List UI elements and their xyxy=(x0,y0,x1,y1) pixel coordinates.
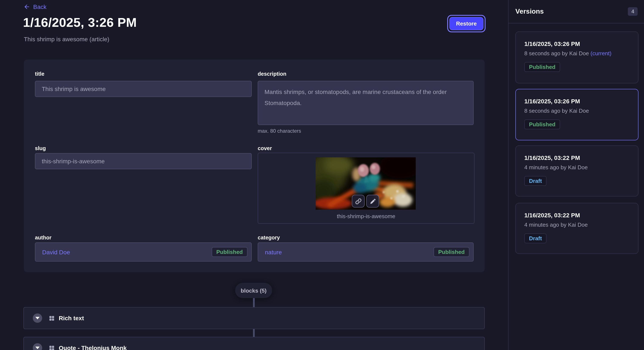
back-label: Back xyxy=(33,3,46,10)
author-relation-link[interactable]: David Doe xyxy=(42,249,70,255)
versions-title: Versions xyxy=(515,8,544,15)
block-label: Quote - Thelonius Monk xyxy=(59,345,127,350)
block-expand-toggle[interactable] xyxy=(33,313,42,323)
back-link[interactable]: Back xyxy=(24,3,46,10)
description-textarea: Mantis shrimps, or stomatopods, are mari… xyxy=(258,81,474,125)
block-label: Rich text xyxy=(59,315,84,322)
version-status-badge: Draft xyxy=(524,176,547,186)
version-status-badge: Published xyxy=(524,62,560,72)
author-label: author xyxy=(35,235,52,241)
cover-link-button[interactable] xyxy=(352,195,364,207)
block-grid-icon xyxy=(50,346,54,350)
cover-label: cover xyxy=(258,146,272,151)
version-card[interactable]: 1/16/2025, 03:22 PM 4 minutes ago by Kai… xyxy=(515,203,638,254)
versions-count-badge: 4 xyxy=(628,7,638,16)
version-date: 1/16/2025, 03:26 PM xyxy=(524,98,580,105)
cover-field: this-shrimp-is-awesome xyxy=(258,153,474,224)
blocks-connector-line xyxy=(253,329,255,337)
slug-label: slug xyxy=(35,146,46,151)
version-meta: 8 seconds ago by Kai Doe (current) xyxy=(524,50,612,57)
cover-actions xyxy=(352,195,379,207)
versions-sidebar: Versions 4 1/16/2025, 03:26 PM 8 seconds… xyxy=(508,0,644,350)
version-fields-panel: title description Mantis shrimps, or sto… xyxy=(24,59,485,272)
category-relation-link[interactable]: nature xyxy=(265,249,282,255)
version-meta: 4 minutes ago by Kai Doe xyxy=(524,222,588,228)
version-card-selected[interactable]: 1/16/2025, 03:26 PM 8 seconds ago by Kai… xyxy=(515,89,638,140)
restore-button[interactable]: Restore xyxy=(449,17,484,30)
version-card[interactable]: 1/16/2025, 03:26 PM 8 seconds ago by Kai… xyxy=(515,31,638,83)
title-label: title xyxy=(35,71,44,77)
block-row-quote[interactable]: Quote - Thelonius Monk xyxy=(24,337,485,350)
block-row-rich-text[interactable]: Rich text xyxy=(24,307,485,329)
version-status-badge: Published xyxy=(524,120,560,129)
cover-edit-button[interactable] xyxy=(366,195,379,207)
version-card[interactable]: 1/16/2025, 03:22 PM 4 minutes ago by Kai… xyxy=(515,146,638,196)
chevron-down-icon xyxy=(35,347,40,349)
description-hint: max. 80 characters xyxy=(258,128,301,134)
version-status-badge: Draft xyxy=(524,233,547,243)
version-meta: 8 seconds ago by Kai Doe xyxy=(524,108,589,114)
blocks-connector-line xyxy=(253,298,255,307)
version-date: 1/16/2025, 03:22 PM xyxy=(524,212,580,219)
current-tag: (current) xyxy=(590,50,612,57)
version-date: 1/16/2025, 03:22 PM xyxy=(524,154,580,161)
cover-caption: this-shrimp-is-awesome xyxy=(258,213,474,219)
versions-header: Versions 4 xyxy=(508,0,644,23)
block-expand-toggle[interactable] xyxy=(33,343,42,350)
block-grid-icon xyxy=(50,316,54,321)
category-label: category xyxy=(258,235,280,241)
blocks-count-pill: blocks (5) xyxy=(235,283,272,298)
category-relation-field: nature Published xyxy=(258,242,474,262)
back-arrow-icon xyxy=(24,3,30,10)
title-input xyxy=(35,81,252,97)
chevron-down-icon xyxy=(35,317,40,319)
author-status-badge: Published xyxy=(212,247,248,257)
pencil-icon xyxy=(370,198,376,204)
slug-input xyxy=(35,153,252,169)
restore-button-focus-ring: Restore xyxy=(447,15,486,32)
description-label: description xyxy=(258,71,286,77)
version-meta: 4 minutes ago by Kai Doe xyxy=(524,164,588,171)
author-relation-field: David Doe Published xyxy=(35,242,252,262)
category-status-badge: Published xyxy=(434,247,469,257)
page-title: 1/16/2025, 3:26 PM xyxy=(23,15,137,30)
link-icon xyxy=(355,198,362,204)
page-subtitle: This shrimp is awesome (article) xyxy=(24,36,109,42)
version-date: 1/16/2025, 03:26 PM xyxy=(524,40,580,47)
history-page: Back 1/16/2025, 3:26 PM This shrimp is a… xyxy=(0,0,644,350)
